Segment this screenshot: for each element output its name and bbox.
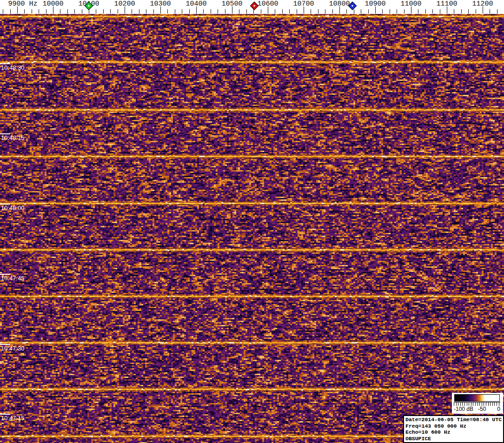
- freq-minor-tick: [46, 9, 46, 13]
- freq-minor-tick: [110, 9, 111, 13]
- freq-minor-tick: [318, 9, 318, 13]
- freq-minor-tick: [332, 9, 333, 13]
- freq-minor-tick: [382, 9, 383, 13]
- spectrogram-screen: 9900 Hz100001010010200103001040010500106…: [0, 0, 504, 443]
- amplitude-mid-label: -50: [478, 406, 486, 412]
- freq-minor-tick: [218, 9, 218, 13]
- freq-tick-label: 10700: [293, 0, 314, 8]
- freq-minor-tick: [454, 9, 454, 13]
- amplitude-scale: -100 dB -50 0: [452, 393, 503, 414]
- freq-minor-tick: [10, 9, 11, 13]
- freq-minor-tick: [404, 9, 405, 13]
- freq-tick-label: 9900 Hz: [8, 0, 37, 8]
- info-line-station: OBSUPICE: [405, 436, 502, 442]
- freq-minor-tick: [103, 9, 104, 13]
- freq-minor-tick: [346, 9, 347, 13]
- freq-minor-tick: [167, 9, 168, 13]
- freq-minor-tick: [246, 9, 247, 13]
- amplitude-min-label: -100 dB: [454, 406, 473, 412]
- freq-minor-tick: [425, 9, 426, 13]
- freq-minor-tick: [32, 9, 32, 13]
- time-label: 10:48:30: [1, 64, 25, 71]
- freq-minor-tick: [39, 9, 39, 13]
- freq-tick-label: 10400: [186, 0, 206, 8]
- freq-minor-tick: [468, 9, 469, 13]
- freq-minor-tick: [440, 9, 440, 13]
- amplitude-gradient-bar[interactable]: [454, 394, 500, 402]
- time-label: 10:47:15: [1, 415, 25, 422]
- freq-minor-tick: [354, 9, 354, 13]
- info-line-echo: Echo=10 600 Hz: [405, 429, 502, 436]
- freq-minor-tick: [211, 9, 211, 13]
- freq-minor-tick: [432, 9, 433, 13]
- freq-minor-tick: [239, 9, 239, 13]
- freq-minor-tick: [24, 9, 25, 13]
- freq-minor-tick: [297, 9, 297, 13]
- freq-minor-tick: [311, 9, 311, 13]
- freq-minor-tick: [361, 9, 361, 13]
- time-label: 10:48:15: [1, 134, 25, 141]
- freq-minor-tick: [261, 9, 261, 13]
- freq-tick-label: 11200: [472, 0, 493, 8]
- freq-minor-tick: [390, 9, 390, 13]
- freq-minor-tick: [146, 9, 146, 13]
- freq-minor-tick: [153, 9, 154, 13]
- freq-minor-tick: [118, 9, 118, 13]
- freq-tick-label: 10000: [42, 0, 63, 8]
- waterfall-canvas[interactable]: [0, 14, 504, 443]
- freq-minor-tick: [82, 9, 82, 13]
- freq-minor-tick: [182, 9, 182, 13]
- freq-minor-tick: [282, 9, 283, 13]
- info-line-freq: Freq=143 050 000 Hz: [405, 423, 502, 430]
- freq-tick-label: 10800: [329, 0, 350, 8]
- freq-tick-label: 11000: [400, 0, 421, 8]
- marker-center-dot: [253, 5, 255, 7]
- freq-minor-tick: [189, 9, 190, 13]
- freq-minor-tick: [368, 9, 369, 13]
- freq-minor-tick: [67, 9, 68, 13]
- freq-tick-label: 10900: [365, 0, 385, 8]
- freq-minor-tick: [397, 9, 397, 13]
- freq-minor-tick: [418, 9, 418, 13]
- freq-minor-tick: [497, 9, 497, 13]
- freq-minor-tick: [203, 9, 204, 13]
- freq-minor-tick: [132, 9, 132, 13]
- freq-minor-tick: [175, 9, 175, 13]
- freq-tick-label: 10200: [114, 0, 135, 8]
- freq-minor-tick: [74, 9, 75, 13]
- freq-tick-label: 10300: [150, 0, 171, 8]
- freq-minor-tick: [60, 9, 60, 13]
- time-label: 10:48:00: [1, 205, 25, 212]
- info-box: Date=2014-06-05 Time=08:48 UTC Freq=143 …: [403, 415, 504, 443]
- freq-minor-tick: [139, 9, 139, 13]
- freq-minor-tick: [275, 9, 275, 13]
- marker-center-dot: [88, 5, 90, 7]
- amplitude-scale-ruler: [454, 402, 500, 406]
- freq-minor-tick: [490, 9, 490, 13]
- freq-minor-tick: [325, 9, 325, 13]
- freq-minor-tick: [476, 9, 476, 13]
- time-label: 10:47:30: [1, 345, 25, 352]
- marker-center-dot: [351, 5, 353, 7]
- amplitude-max-label: 0: [497, 406, 500, 412]
- freq-minor-tick: [225, 9, 225, 13]
- info-line-date: Date=2014-06-05 Time=08:48 UTC: [405, 417, 502, 423]
- freq-tick-label: 10600: [257, 0, 278, 8]
- freq-minor-tick: [96, 9, 96, 13]
- freq-tick-label: 10500: [221, 0, 242, 8]
- freq-minor-tick: [289, 9, 290, 13]
- amplitude-scale-labels: -100 dB -50 0: [452, 406, 503, 413]
- freq-minor-tick: [461, 9, 462, 13]
- freq-minor-tick: [3, 9, 3, 13]
- time-label: 10:47:45: [1, 275, 25, 282]
- freq-tick-label: 11100: [436, 0, 457, 8]
